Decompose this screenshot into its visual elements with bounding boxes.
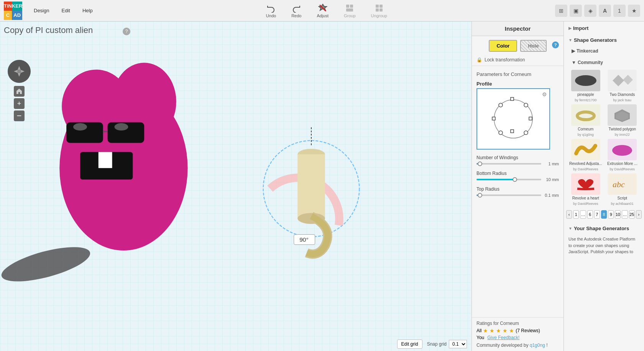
nav-design[interactable]: Design [28,5,54,16]
ungroup-button[interactable]: Ungroup [368,2,390,20]
snap-grid-label: Snap grid [427,341,447,347]
shape-heart-by: by DavidReeves [573,202,598,206]
profile-gear-icon[interactable]: ⚙ [542,91,547,97]
shape-pineapple[interactable]: pineapple by fermtz1700 [568,70,603,102]
adjust-button[interactable]: Adjust [314,2,332,20]
svg-point-39 [524,131,528,135]
redo-button[interactable]: Redo [288,2,304,20]
ratings-title: Ratings for Corneum [476,321,559,326]
shape-revolved-name: Revolved Adjusta... [569,161,602,166]
page-8[interactable]: 8 [601,210,607,219]
lock-icon: 🔒 [476,57,482,63]
svg-point-13 [0,240,93,288]
lock-row: 🔒 Lock transformation [472,56,564,66]
shape-twisted-polygon[interactable]: Twisted polygon by imm22 [605,104,640,137]
logo-ad: AD [12,11,22,20]
param-top-radius-label: Top Radius [476,186,559,192]
logo-tin: TIN [4,2,12,11]
grid-view-icon[interactable]: ⊞ [555,5,567,17]
svg-point-36 [499,103,503,107]
page-25[interactable]: 25 [629,210,635,219]
shape-revolve-heart[interactable]: Revolve a heart by DavidReeves [568,173,603,206]
group-button[interactable]: Group [341,2,359,20]
shape-extrusion-name: Extrusion More ... [607,161,637,166]
page-9[interactable]: 9 [608,210,614,219]
tinkercad-header[interactable]: ▶ Tinkercad [564,46,644,56]
svg-rect-6 [376,8,379,12]
tinkercad-subsection: ▶ Tinkercad [564,45,644,57]
community-header[interactable]: ▼ Community [564,58,644,68]
shape-corneum[interactable]: Corneum by q1g0ng [568,104,603,137]
shape-heart-name: Revolve a heart [572,196,599,201]
box-icon[interactable]: ◈ [584,5,596,17]
shape-pineapple-by: by fermtz1700 [575,98,596,102]
ratings-all-row: All ★ ★ ★ ★ ★ (7 Reviews) [476,328,559,334]
svg-point-37 [524,103,528,107]
your-gen-header[interactable]: ▼ Your Shape Generators [564,222,644,234]
shape-diamonds-name: Two Diamonds [610,92,635,97]
svg-rect-34 [492,117,495,120]
inspector-help-icon[interactable]: ? [552,41,559,48]
svg-rect-2 [350,5,353,8]
params-section: Parameters for Corneum Profile ⚙ [472,66,564,317]
snap-grid-select[interactable]: 0.1 0.5 1 [449,340,467,348]
number-icon[interactable]: 1 [613,5,626,17]
text-icon[interactable]: A [599,5,611,17]
community-subsection: ▼ Community pineapple by fermtz1700 [564,57,644,222]
canvas-area[interactable]: Copy of PI custom alien ? + − [0,21,472,351]
import-header[interactable]: ▶ Import [564,21,644,33]
page-1[interactable]: 1 [573,210,579,219]
windings-slider[interactable] [476,163,541,165]
shape-revolved[interactable]: Revolved Adjusta... by DavidReeves [568,139,603,171]
shape-gen-label: Shape Generators [574,37,617,43]
ratings-section: Ratings for Corneum All ★ ★ ★ ★ ★ (7 Rev… [472,317,564,351]
shape-diamonds-by: by jack tsau [613,98,631,102]
edit-grid-button[interactable]: Edit grid [397,339,422,349]
page-10[interactable]: 10 [615,210,621,219]
nav-help[interactable]: Help [77,5,98,16]
topbar: TIN KER C AD Design Edit Help Undo Redo … [0,0,644,21]
right-sidebar: ▶ Import ▼ Shape Generators ▶ Tinkercad … [564,21,644,351]
ratings-you-row: You Give Feedback! [476,335,559,340]
adjust-label: Adjust [317,13,329,18]
shape-gen-header[interactable]: ▼ Shape Generators [564,33,644,45]
reviews-count: (7 Reviews) [516,328,540,333]
star-2: ★ [490,328,495,334]
community-dev-link[interactable]: q1g0ng [530,343,545,348]
cube-icon[interactable]: ▣ [570,5,582,17]
nav-edit[interactable]: Edit [56,5,75,16]
import-arrow: ▶ [568,26,572,30]
svg-point-38 [499,131,503,135]
page-7[interactable]: 7 [594,210,600,219]
shape-extrusion[interactable]: Extrusion More ... by DavidReeves [605,139,640,171]
svg-rect-23 [99,152,112,168]
community-dev: Community developed by q1g0ng ! [476,343,559,348]
undo-button[interactable]: Undo [263,2,279,20]
param-windings: Number of Windings 1 mm [472,153,564,168]
svg-rect-7 [380,8,383,12]
star-5: ★ [509,328,514,334]
top-radius-slider[interactable] [476,194,541,196]
logo: TIN KER C AD [4,2,22,20]
your-gen-arrow: ▼ [568,226,572,231]
your-gen-content: Use the Autodesk Creative Platform to cr… [564,234,644,257]
shape-two-diamonds[interactable]: Two Diamonds by jack tsau [605,70,640,102]
inspector-panel: Inspector Color Hole ? 🔒 Lock transforma… [472,21,564,351]
param-bottom-radius: Bottom Radius 10 mm [472,168,564,184]
community-arrow: ▼ [572,60,576,65]
color-button[interactable]: Color [489,40,517,52]
profile-canvas[interactable]: ⚙ [476,88,550,150]
group-label: Group [344,13,356,18]
page-6[interactable]: 6 [587,210,593,219]
top-icons: ⊞ ▣ ◈ A 1 ★ [555,5,640,17]
community-label: Community [578,60,603,65]
give-feedback-link[interactable]: Give Feedback! [487,335,519,340]
main: Copy of PI custom alien ? + − [0,21,644,351]
star-icon[interactable]: ★ [628,5,640,17]
hole-button[interactable]: Hole [520,40,546,52]
windings-value: 1 mm [544,161,559,166]
shape-script[interactable]: abc Script by achtbaan01 [605,173,640,206]
page-prev[interactable]: ‹ [566,210,572,219]
page-next[interactable]: › [636,210,642,219]
bottom-radius-slider[interactable] [476,179,541,180]
